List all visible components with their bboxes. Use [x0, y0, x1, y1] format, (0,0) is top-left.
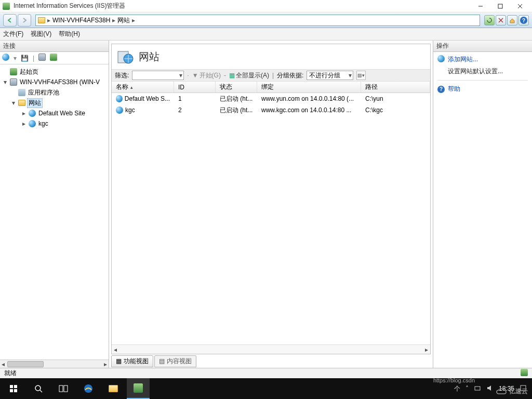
- filter-label: 筛选:: [115, 71, 129, 80]
- help-icon: ?: [437, 86, 445, 93]
- chevron-right-icon: ▸: [47, 17, 50, 24]
- filter-toolbar: 筛选: ▾ · ▼开始(G) - ▦全部显示(A) | 分组依据: 不进行分组▾…: [112, 69, 430, 82]
- sites-list[interactable]: 名称▴ ID 状态 绑定 路径 Default Web S... 1 已启动 (…: [112, 82, 430, 344]
- start-button[interactable]: [2, 378, 25, 399]
- search-button[interactable]: [27, 378, 50, 399]
- taskbar-iis-icon[interactable]: [127, 378, 150, 399]
- site-icon: [28, 109, 36, 117]
- status-text: 就绪: [4, 369, 17, 378]
- save-icon[interactable]: 💾: [21, 55, 29, 62]
- svg-rect-10: [10, 389, 13, 392]
- filter-input[interactable]: ▾: [132, 71, 184, 80]
- svg-rect-14: [59, 385, 63, 392]
- taskbar: 个 ˄ 18:35: [0, 378, 532, 399]
- set-site-defaults-action[interactable]: 设置网站默认设置...: [448, 67, 528, 76]
- filter-funnel-icon: ▼: [192, 72, 198, 79]
- tray-notifications-icon[interactable]: [520, 384, 527, 393]
- group-extra-button[interactable]: ▧▾: [356, 71, 366, 80]
- collapse-icon[interactable]: ▾: [2, 78, 8, 86]
- tree-server-node[interactable]: ▾ WIN-VVHF4AFS38H (WIN-V: [0, 77, 109, 87]
- server-icon[interactable]: [38, 54, 46, 62]
- help-action[interactable]: ? 帮助: [437, 85, 528, 94]
- expand-icon[interactable]: ▸: [21, 110, 27, 117]
- menu-view[interactable]: 视图(V): [31, 30, 51, 38]
- connections-tree[interactable]: 起始页 ▾ WIN-VVHF4AFS38H (WIN-V 应用程序池 ▾ 网站 …: [0, 64, 109, 360]
- tree-sites-node[interactable]: ▾ 网站: [0, 98, 109, 108]
- connections-header: 连接: [0, 41, 109, 52]
- group-by-select[interactable]: 不进行分组▾: [307, 71, 353, 80]
- refresh-icon[interactable]: [484, 15, 495, 25]
- breadcrumb[interactable]: ▸ WIN-VVHF4AFS38H ▸ 网站 ▸: [35, 15, 480, 26]
- tray-network-icon[interactable]: [474, 384, 481, 393]
- maximize-button[interactable]: [490, 1, 510, 12]
- system-tray[interactable]: 个 ˄ 18:35: [454, 384, 530, 393]
- sites-toolbar-icon[interactable]: [50, 54, 57, 62]
- site-icon: [116, 107, 123, 114]
- app-pools-icon: [18, 88, 26, 97]
- actions-header: 操作: [433, 41, 532, 52]
- features-tab-icon: ▦: [116, 357, 122, 365]
- help-dropdown-icon[interactable]: ?: [518, 15, 529, 25]
- titlebar: Internet Information Services (IIS)管理器: [0, 0, 532, 12]
- tree-site-item[interactable]: ▸ Default Web Site: [0, 108, 109, 118]
- task-view-button[interactable]: [52, 378, 75, 399]
- tab-content-view[interactable]: ▤内容视图: [154, 355, 196, 367]
- col-binding[interactable]: 绑定: [257, 82, 361, 92]
- server-node-icon: [9, 78, 18, 86]
- home-icon[interactable]: [507, 15, 517, 25]
- tree-start-page[interactable]: 起始页: [0, 66, 109, 77]
- list-row[interactable]: kgc 2 已启动 (ht... www.kgc.com on 14.0.0.1…: [112, 104, 430, 116]
- connections-hscrollbar[interactable]: ◂ ▸: [0, 360, 109, 368]
- collapse-icon[interactable]: ▾: [10, 99, 17, 107]
- tray-clock[interactable]: 18:35: [499, 385, 514, 392]
- navigation-bar: ▸ WIN-VVHF4AFS38H ▸ 网站 ▸ ?: [0, 12, 532, 28]
- connections-panel: 连接 ▾ 💾 | 起始页 ▾ WIN-VVHF4AFS38H (WIN-V: [0, 41, 109, 368]
- show-all-icon: ▦: [229, 72, 235, 79]
- go-button[interactable]: ▼开始(G): [192, 71, 221, 80]
- nav-back-button[interactable]: [3, 14, 17, 26]
- svg-rect-18: [521, 385, 526, 391]
- site-icon: [116, 95, 123, 102]
- add-website-action[interactable]: 添加网站...: [437, 55, 528, 64]
- sites-folder-icon: [18, 99, 26, 107]
- list-row[interactable]: Default Web S... 1 已启动 (ht... www.yun.co…: [112, 93, 430, 104]
- tree-app-pools[interactable]: 应用程序池: [0, 87, 109, 98]
- stop-icon[interactable]: [496, 15, 506, 25]
- show-all-button[interactable]: ▦全部显示(A): [229, 71, 269, 80]
- tray-text: 个: [454, 384, 460, 393]
- list-header: 名称▴ ID 状态 绑定 路径: [112, 82, 430, 93]
- svg-rect-8: [10, 385, 13, 388]
- start-page-icon: [9, 68, 18, 76]
- breadcrumb-node[interactable]: 网站: [117, 16, 130, 25]
- list-hscrollbar[interactable]: ◂ ▸: [112, 344, 430, 354]
- nav-forward-button[interactable]: [18, 14, 31, 26]
- col-path[interactable]: 路径: [361, 82, 430, 92]
- minimize-button[interactable]: [471, 1, 490, 12]
- col-status[interactable]: 状态: [216, 82, 257, 92]
- actions-panel: 操作 添加网站... 设置网站默认设置... ? 帮助: [433, 41, 532, 368]
- tray-volume-icon[interactable]: [486, 384, 494, 393]
- iis-app-icon: [2, 2, 10, 10]
- menu-help[interactable]: 帮助(H): [59, 30, 80, 38]
- expand-icon[interactable]: ▸: [21, 120, 27, 127]
- menu-file[interactable]: 文件(F): [3, 30, 23, 38]
- content-tab-icon: ▤: [159, 357, 165, 365]
- add-site-icon: [437, 55, 445, 64]
- connect-icon[interactable]: [2, 54, 9, 62]
- breadcrumb-server[interactable]: WIN-VVHF4AFS38H: [52, 17, 110, 24]
- close-button[interactable]: [510, 1, 530, 12]
- svg-rect-11: [14, 389, 17, 392]
- chevron-right-icon: ▸: [112, 17, 115, 24]
- tab-features-view[interactable]: ▦功能视图: [111, 355, 153, 367]
- taskbar-explorer-icon[interactable]: [102, 378, 125, 399]
- col-name[interactable]: 名称▴: [112, 82, 174, 92]
- col-id[interactable]: ID: [174, 82, 216, 92]
- site-icon: [28, 119, 36, 128]
- taskbar-ie-icon[interactable]: [77, 378, 100, 399]
- statusbar: 就绪: [0, 368, 532, 378]
- svg-rect-1: [498, 4, 502, 8]
- tray-up-icon[interactable]: ˄: [466, 385, 469, 392]
- tree-site-item[interactable]: ▸ kgc: [0, 118, 109, 129]
- folder-icon: [38, 17, 45, 23]
- status-config-icon[interactable]: [521, 369, 528, 378]
